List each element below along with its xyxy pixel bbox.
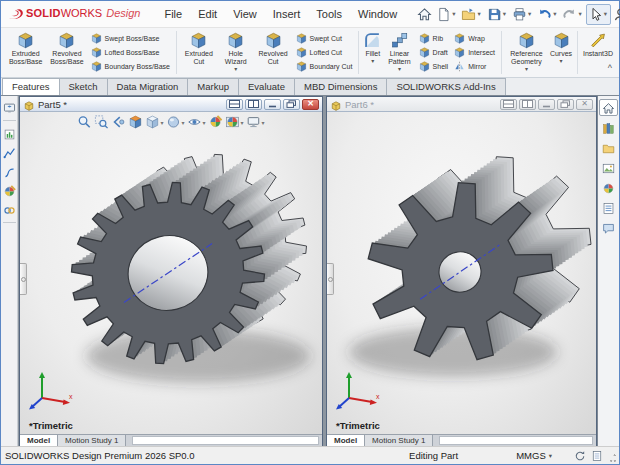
view-settings-button[interactable]: ▾	[246, 114, 266, 130]
document-titlebar[interactable]: Part6 *✕	[327, 97, 596, 112]
sync-icon[interactable]	[574, 450, 586, 462]
menu-tools[interactable]: Tools	[308, 4, 350, 24]
restore-button[interactable]	[283, 99, 300, 110]
linear-pattern-button[interactable]: Linear Pattern▾	[383, 29, 415, 76]
shell-button[interactable]: Shell	[418, 61, 450, 72]
lofted-cut-button[interactable]: Lofted Cut	[295, 47, 354, 58]
dropdown-caret-icon[interactable]: ▾	[398, 66, 401, 72]
ribbon-collapse-button[interactable]: ^	[608, 64, 612, 73]
unit-system-selector[interactable]: MMGS ▾	[516, 450, 552, 461]
save-button[interactable]: ▾	[485, 4, 510, 25]
task-pane-appearances-button[interactable]	[599, 179, 618, 196]
spline-icon[interactable]	[3, 165, 16, 178]
lofted-boss-base-button[interactable]: Lofted Boss/Base	[90, 47, 171, 58]
dropdown-caret-icon[interactable]: ▾	[553, 10, 556, 18]
dropdown-caret-icon[interactable]: ▾	[202, 119, 205, 126]
task-pane-view-palette-button[interactable]	[599, 159, 618, 176]
mirror-button[interactable]: Mirror	[453, 61, 496, 72]
boundary-cut-button[interactable]: Boundary Cut	[295, 61, 354, 72]
menu-window[interactable]: Window	[350, 4, 405, 24]
design-study-icon[interactable]	[3, 127, 16, 140]
tab-data-migration[interactable]: Data Migration	[107, 78, 189, 95]
new-document-button[interactable]: ▾	[434, 4, 459, 25]
tab-model[interactable]: Model	[20, 435, 58, 446]
close-button[interactable]: ✕	[302, 99, 319, 110]
previous-view-button[interactable]	[110, 114, 126, 130]
display-style-button[interactable]: ▾	[165, 114, 185, 130]
zoom-fit-button[interactable]	[76, 114, 92, 130]
horizontal-scrollbar[interactable]	[132, 436, 319, 445]
graphics-area[interactable]: x*Trimetric	[327, 112, 596, 434]
task-pane-design-library-button[interactable]	[599, 119, 618, 136]
open-button[interactable]: ▾	[459, 4, 484, 25]
hide-show-button[interactable]: ▾	[186, 114, 206, 130]
tab-mbd-dimensions[interactable]: MBD Dimensions	[294, 78, 387, 95]
home-button[interactable]	[415, 4, 434, 25]
resize-grip[interactable]	[609, 449, 617, 463]
extruded-cut-button[interactable]: Extruded Cut	[180, 29, 218, 76]
curves-button[interactable]: Curves▾	[548, 29, 574, 76]
task-pane-home-button[interactable]	[599, 99, 618, 116]
tab-markup[interactable]: Markup	[187, 78, 239, 95]
select-button[interactable]: ▾	[586, 4, 611, 25]
boundary-boss-base-button[interactable]: Boundary Boss/Base	[90, 61, 171, 72]
edit-appearance-button[interactable]	[208, 114, 224, 130]
graphics-area[interactable]: ▾▾▾▾▾x*Trimetric	[20, 112, 322, 434]
fillet-button[interactable]: Fillet▾	[362, 29, 383, 76]
menu-view[interactable]: View	[225, 4, 265, 24]
dropdown-caret-icon[interactable]: ▾	[604, 10, 607, 18]
swept-cut-button[interactable]: Swept Cut	[295, 33, 354, 44]
display-pane-icon[interactable]	[3, 101, 16, 114]
hole-wizard-button[interactable]: Hole Wizard▾	[218, 29, 254, 76]
close-button[interactable]: ✕	[576, 99, 593, 110]
dropdown-caret-icon[interactable]: ▾	[528, 10, 531, 18]
undo-button[interactable]: ▾	[535, 4, 560, 25]
apply-scene-button[interactable]: ▾	[225, 114, 245, 130]
restore-button[interactable]	[557, 99, 574, 110]
tab-motion-study-1[interactable]: Motion Study 1	[365, 435, 433, 446]
task-pane-file-explorer-button[interactable]	[599, 139, 618, 156]
tile-vertical-button[interactable]	[245, 99, 262, 110]
tab-motion-study-1[interactable]: Motion Study 1	[58, 435, 126, 446]
section-view-button[interactable]	[127, 114, 143, 130]
zoom-area-button[interactable]	[93, 114, 109, 130]
mate-icon[interactable]	[3, 203, 16, 216]
dropdown-caret-icon[interactable]: ▾	[181, 119, 184, 126]
extruded-boss-base-button[interactable]: Extruded Boss/Base	[5, 29, 46, 76]
dropdown-caret-icon[interactable]: ▾	[525, 66, 528, 72]
print-button[interactable]: ▾	[510, 4, 535, 25]
dropdown-caret-icon[interactable]: ▾	[503, 10, 506, 18]
dropdown-caret-icon[interactable]: ▾	[560, 58, 563, 64]
horizontal-scrollbar[interactable]	[439, 436, 593, 445]
menu-insert[interactable]: Insert	[265, 4, 309, 24]
redo-button[interactable]: ▾	[560, 4, 585, 25]
dropdown-caret-icon[interactable]: ▾	[477, 10, 480, 18]
dropdown-caret-icon[interactable]: ▾	[262, 119, 265, 126]
swept-boss-base-button[interactable]: Swept Boss/Base	[90, 33, 171, 44]
worksheet-icon[interactable]	[591, 450, 603, 462]
view-orientation-button[interactable]: ▾	[144, 114, 164, 130]
reference-geometry-button[interactable]: Reference Geometry▾	[505, 29, 548, 76]
dropdown-caret-icon[interactable]: ▾	[578, 10, 581, 18]
tab-solidworks-add-ins[interactable]: SOLIDWORKS Add-Ins	[386, 78, 505, 95]
tile-horizontal-button[interactable]	[226, 99, 243, 110]
tab-model[interactable]: Model	[327, 435, 365, 446]
appearance-edit-icon[interactable]	[3, 184, 16, 197]
dropdown-caret-icon[interactable]: ▾	[241, 119, 244, 126]
menu-edit[interactable]: Edit	[190, 4, 225, 24]
tab-sketch[interactable]: Sketch	[59, 78, 108, 95]
dropdown-caret-icon[interactable]: ▾	[234, 66, 237, 72]
intersect-button[interactable]: Intersect	[453, 47, 496, 58]
revolved-cut-button[interactable]: Revolved Cut	[254, 29, 293, 76]
minimize-button[interactable]	[538, 99, 555, 110]
dropdown-caret-icon[interactable]: ▾	[371, 58, 374, 64]
tile-vertical-button[interactable]	[519, 99, 536, 110]
account-button[interactable]	[611, 4, 620, 25]
sketch-polyline-icon[interactable]	[3, 146, 16, 159]
tab-features[interactable]: Features	[2, 78, 60, 95]
wrap-button[interactable]: Wrap	[453, 33, 496, 44]
task-pane-custom-properties-button[interactable]	[599, 199, 618, 216]
rib-button[interactable]: Rib	[418, 33, 450, 44]
tile-horizontal-button[interactable]	[500, 99, 517, 110]
minimize-button[interactable]	[264, 99, 281, 110]
